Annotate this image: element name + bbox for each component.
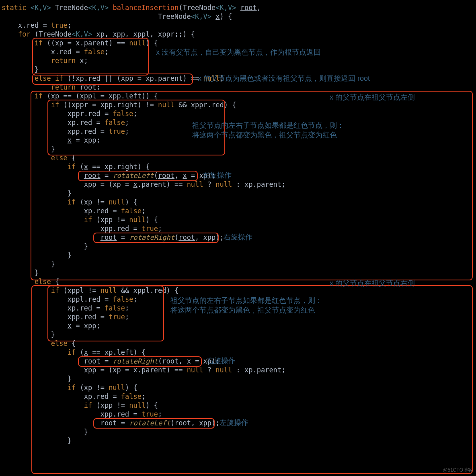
- note-rotate-left-1: 左旋操作: [203, 170, 232, 180]
- note-left-uncle: 祖父节点的左右子节点如果都是红色节点，则： 将这两个节点都变为黑色，祖父节点变为…: [192, 121, 344, 140]
- note-left-side: x 的父节点在祖父节点左侧: [330, 92, 415, 102]
- note-right-side: x 的父节点在祖父节点右侧: [330, 278, 415, 288]
- note-parent-black: x 的父节点为黑色或者没有祖父节点，则直接返回 root: [198, 74, 370, 83]
- watermark: @51CTO博客: [443, 467, 473, 474]
- note-no-parent: x 没有父节点，自己变为黑色节点，作为根节点返回: [156, 47, 321, 57]
- note-right-uncle: 祖父节点的左右子节点如果都是红色节点，则： 将这两个节点都变为黑色，祖父节点变为…: [170, 296, 322, 315]
- note-rotate-right-2: 右旋操作: [207, 356, 236, 366]
- note-rotate-right-1: 右旋操作: [224, 232, 252, 242]
- code-block: static <K,V> TreeNode<K,V> balanceInsert…: [0, 0, 476, 447]
- note-rotate-left-2: 左旋操作: [220, 418, 248, 427]
